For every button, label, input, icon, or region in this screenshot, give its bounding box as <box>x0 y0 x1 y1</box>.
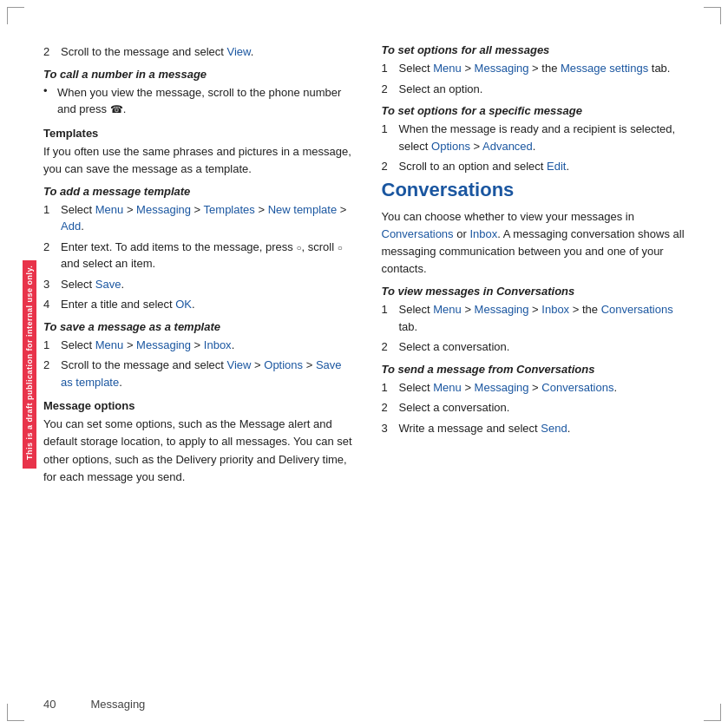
corner-mark-bl <box>7 704 24 721</box>
options-all-text-2: Select an option. <box>399 81 483 98</box>
add-template-step-3: 3 Select Save. <box>43 276 356 293</box>
save-template-step-2: 2 Scroll to the message and select View … <box>43 357 356 390</box>
link-menu-4: Menu <box>433 303 462 316</box>
link-add: Add <box>61 220 81 233</box>
call-icon: ☎ <box>110 103 123 115</box>
link-inbox-1: Inbox <box>204 338 232 351</box>
add-template-step-1: 1 Select Menu > Messaging > Templates > … <box>43 201 356 235</box>
link-messaging-4: Messaging <box>475 303 529 316</box>
corner-mark-br <box>704 704 721 721</box>
step-scroll-view: 2 Scroll to the message and select View. <box>43 43 356 61</box>
link-messaging-3: Messaging <box>475 62 529 75</box>
view-conv-text-1: Select Menu > Messaging > Inbox > the Co… <box>399 301 694 335</box>
conversations-body: You can choose whether to view your mess… <box>382 208 694 279</box>
call-number-text: When you view the message, scroll to the… <box>57 84 356 118</box>
call-number-bullet: • When you view the message, scroll to t… <box>43 84 356 118</box>
footer-content: 40 Messaging <box>43 698 145 711</box>
save-step-num-1: 1 <box>43 337 56 354</box>
link-new-template: New template <box>268 203 337 216</box>
set-options-specific-title: To set options for a specific message <box>382 104 694 117</box>
link-templates: Templates <box>204 203 255 216</box>
link-advanced: Advanced <box>482 140 533 153</box>
specific-num-2: 2 <box>382 158 394 175</box>
message-options-body: You can set some options, such as the Me… <box>43 416 356 486</box>
options-all-text-1: Select Menu > Messaging > the Message se… <box>399 60 671 77</box>
add-step-num-3: 3 <box>43 276 56 293</box>
view-conv-step-1: 1 Select Menu > Messaging > Inbox > the … <box>382 301 694 335</box>
view-conversations-title: To view messages in Conversations <box>382 285 694 298</box>
specific-text-2: Scroll to an option and select Edit. <box>399 158 570 175</box>
send-from-conv-title: To send a message from Conversations <box>382 363 694 376</box>
view-conv-num-1: 1 <box>382 301 394 335</box>
conversations-heading: Conversations <box>382 179 694 201</box>
link-conversations-inline: Conversations <box>382 227 454 240</box>
joystick-icon-2: ○ <box>338 243 343 253</box>
message-options-title: Message options <box>43 399 356 412</box>
templates-section-title: Templates <box>43 127 356 140</box>
corner-mark-tl <box>7 7 24 24</box>
view-conv-num-2: 2 <box>382 338 394 356</box>
two-column-layout: 2 Scroll to the message and select View.… <box>43 43 693 491</box>
view-conv-text-2: Select a conversation. <box>399 338 510 356</box>
page: This is a draft publication for internal… <box>0 0 728 728</box>
link-options-1: Options <box>264 358 303 371</box>
call-number-title: To call a number in a message <box>43 68 356 81</box>
link-save: Save <box>95 278 121 291</box>
link-messaging-1: Messaging <box>136 203 191 216</box>
link-ok: OK <box>175 298 192 311</box>
add-step-num-2: 2 <box>43 239 56 272</box>
save-template-step-1: 1 Select Menu > Messaging > Inbox. <box>43 337 356 354</box>
bullet-dot: • <box>43 84 52 118</box>
specific-num-1: 1 <box>382 121 394 154</box>
send-conv-num-3: 3 <box>382 420 394 437</box>
page-footer: 40 Messaging <box>43 698 145 711</box>
send-conv-step-3: 3 Write a message and select Send. <box>382 420 694 437</box>
send-conv-text-1: Select Menu > Messaging > Conversations. <box>399 379 618 397</box>
step-scroll-text: Scroll to the message and select View. <box>61 43 253 61</box>
add-step-text-1: Select Menu > Messaging > Templates > Ne… <box>61 201 356 235</box>
link-conversations-tab: Conversations <box>601 303 673 316</box>
add-step-text-4: Enter a title and select OK. <box>61 296 195 313</box>
add-template-step-2: 2 Enter text. To add items to the messag… <box>43 239 356 272</box>
page-number: 40 <box>43 698 56 711</box>
link-message-settings: Message settings <box>561 62 648 75</box>
link-view-2: View <box>227 358 252 371</box>
send-conv-text-3: Write a message and select Send. <box>399 420 571 437</box>
corner-mark-tr <box>704 7 721 24</box>
set-options-all-title: To set options for all messages <box>382 43 694 56</box>
link-inbox-2: Inbox <box>541 303 569 316</box>
link-inbox-inline: Inbox <box>469 227 497 240</box>
link-menu-3: Menu <box>433 62 462 75</box>
set-options-all-step-1: 1 Select Menu > Messaging > the Message … <box>382 60 694 77</box>
send-conv-text-2: Select a conversation. <box>399 399 510 416</box>
set-options-specific-step-1: 1 When the message is ready and a recipi… <box>382 121 694 154</box>
joystick-icon-1: ○ <box>296 243 301 253</box>
link-menu-2: Menu <box>95 338 124 351</box>
add-step-num-1: 1 <box>43 201 56 235</box>
set-options-specific-step-2: 2 Scroll to an option and select Edit. <box>382 158 694 175</box>
set-options-all-step-2: 2 Select an option. <box>382 81 694 98</box>
right-column: To set options for all messages 1 Select… <box>382 43 694 491</box>
left-column: 2 Scroll to the message and select View.… <box>43 43 356 491</box>
content-area: 2 Scroll to the message and select View.… <box>43 43 693 676</box>
save-step-num-2: 2 <box>43 357 56 390</box>
send-conv-num-1: 1 <box>382 379 394 397</box>
view-conv-step-2: 2 Select a conversation. <box>382 338 694 356</box>
draft-banner: This is a draft publication for internal… <box>23 260 36 469</box>
save-template-title: To save a message as a template <box>43 320 356 333</box>
add-step-num-4: 4 <box>43 296 56 313</box>
link-messaging-5: Messaging <box>475 381 529 394</box>
link-send: Send <box>541 422 567 435</box>
link-messaging-2: Messaging <box>136 338 191 351</box>
link-conversations-2: Conversations <box>541 381 613 394</box>
link-options-2: Options <box>431 140 470 153</box>
send-conv-step-1: 1 Select Menu > Messaging > Conversation… <box>382 379 694 397</box>
link-view: View <box>227 45 251 58</box>
add-template-step-4: 4 Enter a title and select OK. <box>43 296 356 313</box>
link-menu-5: Menu <box>433 381 462 394</box>
add-template-title: To add a message template <box>43 185 356 198</box>
add-step-text-2: Enter text. To add items to the message,… <box>61 239 356 272</box>
link-menu-1: Menu <box>95 203 124 216</box>
save-step-text-2: Scroll to the message and select View > … <box>61 357 356 390</box>
save-step-text-1: Select Menu > Messaging > Inbox. <box>61 337 234 354</box>
